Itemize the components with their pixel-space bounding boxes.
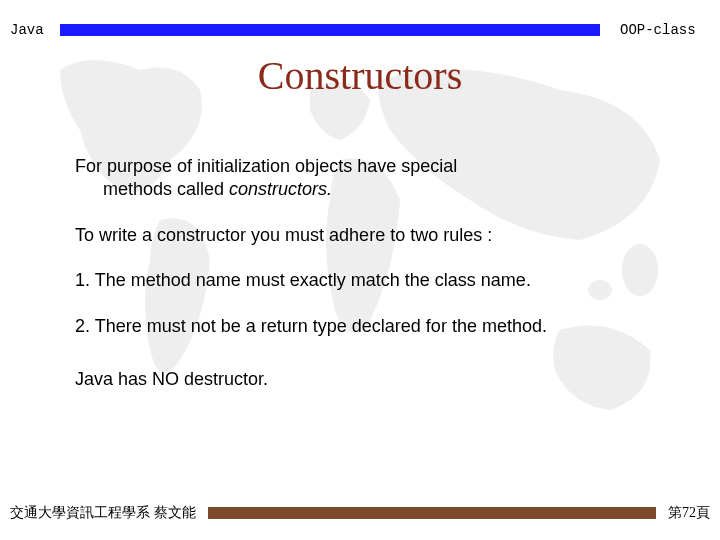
header-left-label: Java — [10, 22, 60, 38]
rule-1: 1. The method name must exactly match th… — [75, 269, 660, 292]
intro-line1: For purpose of initialization objects ha… — [75, 156, 457, 176]
lead-sentence: To write a constructor you must adhere t… — [75, 224, 660, 247]
slide-title: Constructors — [0, 52, 720, 99]
intro-emphasis: constructors. — [229, 179, 332, 199]
rule-2: 2. There must not be a return type decla… — [75, 315, 660, 338]
slide-header: Java OOP-class — [0, 22, 720, 38]
closing-line: Java has NO destructor. — [75, 368, 660, 391]
footer-bar — [208, 507, 657, 519]
footer-author: 交通大學資訊工程學系 蔡文能 — [10, 504, 196, 522]
footer-page-number: 第72頁 — [668, 504, 710, 522]
header-bar — [60, 24, 600, 36]
slide-body: For purpose of initialization objects ha… — [75, 155, 660, 413]
rule-2-text: 2. There must not be a return type decla… — [75, 315, 660, 338]
intro-line2a: methods called — [103, 179, 229, 199]
rule-1-text: 1. The method name must exactly match th… — [75, 269, 660, 292]
slide-footer: 交通大學資訊工程學系 蔡文能 第72頁 — [0, 504, 720, 522]
intro-paragraph: For purpose of initialization objects ha… — [75, 155, 660, 202]
header-right-label: OOP-class — [620, 22, 710, 38]
